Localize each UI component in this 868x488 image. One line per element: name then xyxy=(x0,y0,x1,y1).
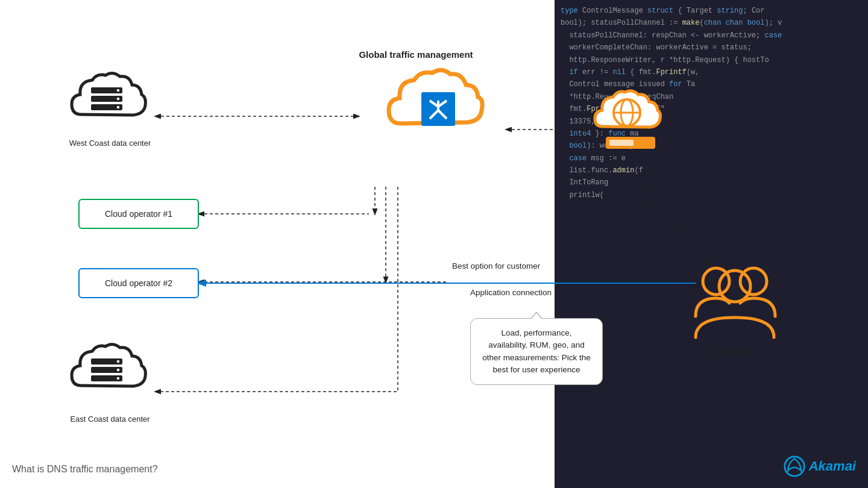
cloud-operator-2-label: Cloud operator #2 xyxy=(105,278,172,288)
svg-rect-25 xyxy=(117,377,119,380)
svg-rect-30 xyxy=(609,140,634,146)
best-option-label: Best option for customer xyxy=(452,261,540,271)
svg-point-33 xyxy=(719,271,750,302)
svg-rect-23 xyxy=(117,360,119,363)
cloud-operator-1-label: Cloud operator #1 xyxy=(105,209,172,219)
bottom-question: What is DNS traffic management? xyxy=(12,464,158,475)
west-coast-label: West Coast data center xyxy=(63,139,157,148)
app-connection-label: Application connection xyxy=(470,288,552,297)
cloud-operator-2-box: Cloud operator #2 xyxy=(78,268,199,298)
tooltip-text: Load, performance, availability, RUM, ge… xyxy=(482,328,590,374)
customers-icon xyxy=(691,250,779,353)
akamai-logo: Akamai xyxy=(784,455,856,477)
tooltip-box: Load, performance, availability, RUM, ge… xyxy=(470,318,603,385)
dns-resolver-icon xyxy=(588,87,675,168)
east-coast-cloud-icon xyxy=(63,340,157,409)
svg-rect-18 xyxy=(117,98,119,100)
cloud-operator-1-box: Cloud operator #1 xyxy=(78,199,199,229)
global-traffic-label: Global traffic management xyxy=(350,49,482,60)
global-traffic-cloud-icon xyxy=(377,63,494,159)
east-coast-label: East Coast data center xyxy=(63,414,157,424)
svg-rect-24 xyxy=(117,369,119,371)
west-coast-cloud-icon xyxy=(63,69,157,138)
svg-rect-17 xyxy=(117,89,119,92)
akamai-logo-icon xyxy=(784,455,805,477)
svg-rect-19 xyxy=(117,106,119,108)
akamai-logo-text: Akamai xyxy=(809,458,856,474)
